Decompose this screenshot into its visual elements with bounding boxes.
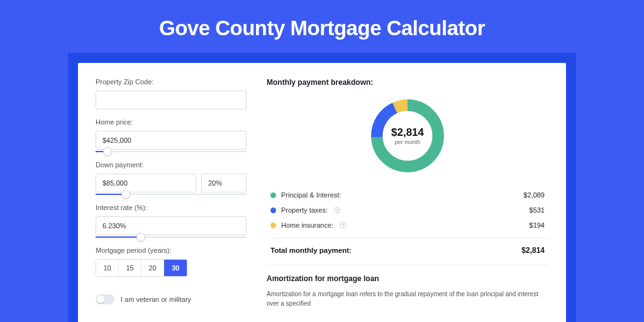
legend-val-taxes: $531 — [530, 206, 545, 214]
donut-sub: per month — [395, 139, 421, 145]
down-payment-slider-thumb[interactable] — [121, 190, 130, 199]
period-option-10[interactable]: 10 — [96, 260, 119, 276]
legend-val-insurance: $194 — [530, 221, 545, 229]
donut-chart: $2,814 per month — [367, 96, 448, 176]
veteran-label: I am veteran or military — [121, 296, 191, 303]
home-price-slider[interactable] — [96, 151, 247, 152]
zip-label: Property Zip Code: — [96, 78, 247, 86]
breakdown-column: Monthly payment breakdown: $2,814 per mo… — [267, 78, 548, 314]
amortization-section: Amortization for mortgage loan Amortizat… — [267, 265, 548, 308]
dot-taxes — [270, 208, 276, 213]
form-column: Property Zip Code: Home price: Down paym… — [96, 78, 247, 314]
period-option-20[interactable]: 20 — [142, 260, 164, 276]
total-row: Total monthly payment: $2,814 — [267, 238, 548, 265]
period-option-30[interactable]: 30 — [164, 260, 187, 276]
veteran-row: I am veteran or military — [96, 294, 247, 304]
amortization-title: Amortization for mortgage loan — [267, 274, 548, 283]
total-label: Total monthly payment: — [270, 247, 352, 254]
legend-val-principal: $2,089 — [523, 191, 545, 199]
info-icon[interactable]: ? — [334, 207, 340, 213]
total-value: $2,814 — [521, 246, 545, 255]
amortization-text: Amortization for a mortgage loan refers … — [267, 289, 548, 308]
veteran-toggle-knob — [97, 296, 104, 303]
interest-rate-label: Interest rate (%): — [96, 204, 247, 211]
dot-principal — [270, 192, 276, 198]
app-frame: Property Zip Code: Home price: Down paym… — [68, 53, 576, 322]
info-icon[interactable]: ? — [340, 222, 346, 228]
legend-row-insurance: Home insurance: ? $194 — [270, 221, 545, 229]
home-price-field: Home price: — [96, 118, 247, 152]
interest-rate-slider-thumb[interactable] — [136, 233, 145, 242]
legend-label-principal: Principal & Interest: — [281, 191, 341, 199]
legend-row-principal: Principal & Interest: $2,089 — [270, 191, 545, 199]
zip-field: Property Zip Code: — [96, 78, 247, 109]
down-payment-pct-input[interactable] — [201, 174, 247, 192]
donut-center: $2,814 per month — [367, 96, 448, 176]
veteran-toggle[interactable] — [96, 294, 114, 304]
zip-input[interactable] — [96, 91, 247, 109]
mortgage-period-label: Mortgage period (years): — [96, 247, 247, 254]
donut-chart-wrap: $2,814 per month — [267, 91, 548, 186]
legend: Principal & Interest: $2,089 Property ta… — [267, 186, 548, 238]
mortgage-period-options: 10 15 20 30 — [96, 259, 187, 277]
page-title: Gove County Mortgage Calculator — [0, 0, 644, 53]
home-price-slider-thumb[interactable] — [103, 147, 112, 156]
home-price-label: Home price: — [96, 118, 247, 126]
down-payment-amount-input[interactable] — [96, 174, 196, 192]
mortgage-period-field: Mortgage period (years): 10 15 20 30 — [96, 247, 247, 277]
dot-insurance — [270, 223, 276, 228]
calculator-card: Property Zip Code: Home price: Down paym… — [78, 63, 566, 322]
breakdown-title: Monthly payment breakdown: — [267, 78, 548, 87]
home-price-input[interactable] — [96, 131, 247, 150]
down-payment-label: Down payment: — [96, 161, 247, 169]
period-option-15[interactable]: 15 — [119, 260, 142, 276]
down-payment-field: Down payment: — [96, 161, 247, 195]
legend-label-taxes: Property taxes: — [281, 206, 328, 214]
down-payment-slider[interactable] — [96, 194, 247, 195]
legend-label-insurance: Home insurance: — [281, 221, 333, 229]
interest-rate-slider[interactable] — [96, 236, 247, 238]
interest-rate-input[interactable] — [96, 216, 247, 235]
legend-row-taxes: Property taxes: ? $531 — [270, 206, 545, 214]
interest-rate-field: Interest rate (%): — [96, 204, 247, 238]
donut-amount: $2,814 — [391, 126, 424, 139]
